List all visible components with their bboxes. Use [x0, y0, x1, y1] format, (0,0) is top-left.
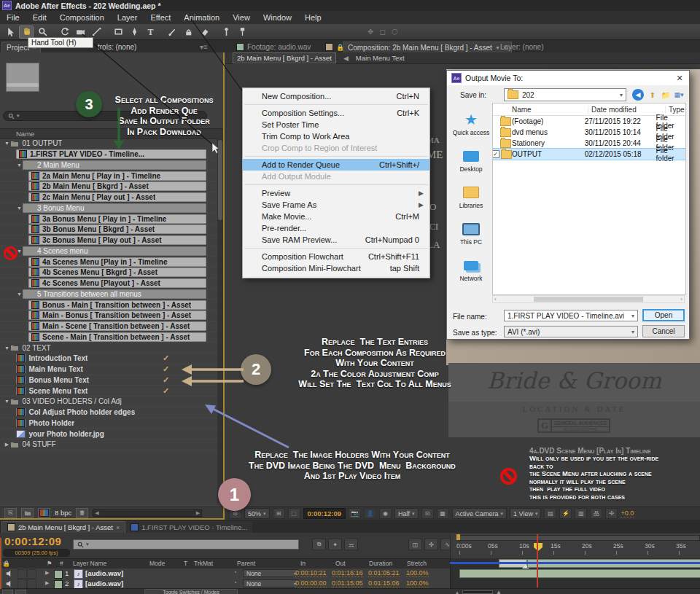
- open-button[interactable]: Open: [642, 309, 685, 321]
- region-icon[interactable]: ⊡: [421, 508, 434, 519]
- column-duration[interactable]: Duration: [369, 560, 392, 567]
- menu-file[interactable]: File: [0, 13, 26, 22]
- tree-item[interactable]: Bonus - Main [ Transition between ] - As…: [1, 300, 217, 310]
- audio-on-icon[interactable]: [6, 570, 13, 579]
- clone-stamp-tool-icon[interactable]: [181, 26, 195, 39]
- exposure-value[interactable]: +0.0: [621, 509, 634, 517]
- tree-item[interactable]: Main Menu Text✓: [1, 364, 217, 375]
- layer-name[interactable]: [audio.wav]: [85, 579, 123, 587]
- cancel-button[interactable]: Cancel: [642, 325, 685, 337]
- stretch-value[interactable]: 100.0%: [406, 569, 429, 577]
- menu-window[interactable]: Window: [257, 13, 298, 22]
- exposure-reset-icon[interactable]: ✣: [605, 508, 618, 519]
- sidebar-item-libraries[interactable]: Libraries: [459, 184, 483, 209]
- toggle-switches-button[interactable]: Toggle Switches / Modes: [144, 589, 238, 594]
- save-in-dropdown[interactable]: 202 ▾: [504, 88, 626, 101]
- menu-view[interactable]: View: [226, 13, 257, 22]
- menu-help[interactable]: Help: [298, 13, 328, 22]
- timeline-timecode[interactable]: 0:00:12:09: [4, 535, 61, 547]
- column-trkmat[interactable]: TrkMat: [194, 560, 213, 567]
- out-value[interactable]: 0:01:16:16: [332, 569, 363, 577]
- menu-item-make-movie[interactable]: Make Movie...Ctrl+M: [243, 211, 429, 222]
- caret-down-icon[interactable]: ▼: [16, 292, 23, 297]
- menu-layer[interactable]: Layer: [111, 13, 144, 22]
- save-as-type-dropdown[interactable]: AVI (*.avi) ▾: [504, 326, 638, 337]
- eraser-tool-icon[interactable]: [197, 26, 211, 39]
- timeline-tab-active[interactable]: 2b Main Menu [ Bkgrd ] - Asset ×: [1, 521, 125, 533]
- column-name[interactable]: Name: [512, 106, 588, 114]
- workspace-icon[interactable]: ◻: [379, 28, 385, 36]
- menu-item-add-output-module[interactable]: Add Output Module: [243, 171, 429, 182]
- timeline-tab-inactive[interactable]: 1.FIRST PLAY VIDEO - Timeline...: [125, 521, 252, 533]
- menu-item-trim-comp-to-work-area[interactable]: Trim Comp to Work Area: [243, 130, 429, 142]
- solo-cell[interactable]: [18, 569, 27, 579]
- sidebar-item-network[interactable]: Network: [459, 257, 482, 282]
- tree-item[interactable]: Col Adjust Photo holder edges: [1, 407, 217, 418]
- frame-blend-icon[interactable]: ◫: [408, 539, 422, 550]
- layer-name[interactable]: [audio.wav]: [85, 569, 123, 577]
- stretch-value[interactable]: 100.0%: [406, 579, 429, 587]
- close-icon[interactable]: ✕: [670, 71, 689, 85]
- tree-item[interactable]: 2b Main Menu [ Bkgrd ] - Asset: [1, 181, 217, 192]
- pixel-aspect-icon[interactable]: ▤: [544, 508, 556, 519]
- zoom-level-dropdown[interactable]: 50%▾: [244, 508, 270, 519]
- number-column[interactable]: #: [60, 560, 63, 567]
- menu-item-set-poster-time[interactable]: Set Poster Time: [243, 119, 429, 130]
- menu-item-composition-mini-flowchart[interactable]: Composition Mini-Flowcharttap Shift: [243, 262, 429, 274]
- caret-down-icon[interactable]: ▼: [4, 141, 10, 146]
- column-t[interactable]: T: [184, 560, 187, 567]
- parent-pickwhip-icon[interactable]: ◔: [233, 579, 237, 586]
- back-arrow-icon[interactable]: ◀: [343, 55, 349, 62]
- column-parent[interactable]: Parent: [237, 560, 255, 567]
- menu-item-new-composition[interactable]: New Composition...Ctrl+N: [243, 90, 429, 102]
- bit-depth-indicator[interactable]: 8 bpc: [55, 509, 71, 517]
- pan-behind-tool-icon[interactable]: [89, 26, 104, 39]
- roi-icon[interactable]: ⬚: [288, 508, 300, 519]
- close-icon[interactable]: ×: [116, 524, 120, 531]
- menu-edit[interactable]: Edit: [26, 13, 53, 22]
- column-date-modified[interactable]: Date modified: [588, 106, 665, 114]
- tree-item[interactable]: Scene Menu Text✓: [1, 386, 217, 396]
- menu-item-crop-comp-to-region-of-interest[interactable]: Crop Comp to Region of Interest: [243, 142, 429, 154]
- flowchart-icon[interactable]: 品: [590, 508, 602, 519]
- expand-icon[interactable]: [2, 590, 13, 594]
- caret-right-icon[interactable]: ▶: [4, 442, 10, 448]
- view-layout-dropdown[interactable]: 1 View▾: [510, 508, 541, 519]
- tree-item[interactable]: your Photo holder.jpg: [1, 429, 217, 439]
- parent-dropdown[interactable]: None▾: [243, 569, 298, 577]
- menu-item-composition-flowchart[interactable]: Composition FlowchartCtrl+Shift+F11: [243, 251, 429, 262]
- tree-item[interactable]: Main - Bonus [ Transition between ] - As…: [1, 310, 217, 321]
- caret-down-icon[interactable]: ▼: [16, 206, 23, 211]
- back-navigation-icon[interactable]: ◀: [632, 89, 644, 101]
- tree-item[interactable]: ▼3 Bonus Menu: [1, 203, 217, 214]
- tree-item[interactable]: ▼ 03 VIDEO HOLDERS / Col Adj: [1, 396, 217, 407]
- tree-item[interactable]: 4b Scenes Menu [ Bkgrd ] - Asset: [1, 267, 217, 278]
- tab-footage[interactable]: Footage: audio.wav: [232, 42, 315, 52]
- resolution-dropdown[interactable]: Half▾: [394, 508, 419, 519]
- tab-effect-controls[interactable]: trols: (none): [93, 42, 141, 52]
- camera-dropdown[interactable]: Active Camera▾: [452, 508, 508, 519]
- timeline-icon[interactable]: ▥: [575, 508, 587, 519]
- tree-item[interactable]: ▼2 Main Menu: [1, 160, 217, 171]
- shape-tool-icon[interactable]: [111, 26, 125, 39]
- tab-layer[interactable]: Layer: (none): [496, 42, 548, 52]
- sub-tab-composition[interactable]: 2b Main Menu [ Bkgrd ] - Asset: [233, 52, 336, 63]
- tree-item[interactable]: 3a Bonus Menu [ Play in ] - Timeline: [1, 214, 217, 224]
- fast-preview-icon[interactable]: ⚡: [559, 508, 572, 519]
- tree-item[interactable]: 4a Scenes Menu [Play in ] - Timeline: [1, 257, 217, 267]
- tree-item[interactable]: Photo Holder: [1, 418, 217, 429]
- tree-item[interactable]: 3c Bonus Menu [ Play out ] - Asset: [1, 235, 217, 246]
- playhead-handle[interactable]: [534, 543, 542, 551]
- column-type[interactable]: Type: [665, 106, 685, 114]
- comp-mini-flowchart-icon[interactable]: ⧉: [312, 539, 326, 550]
- type-tool-icon[interactable]: T: [143, 26, 158, 39]
- snapshot-icon[interactable]: 📷: [349, 508, 361, 519]
- menu-animation[interactable]: Animation: [177, 13, 226, 22]
- sidebar-item-desktop[interactable]: Desktop: [459, 148, 482, 173]
- menu-effect[interactable]: Effect: [144, 13, 177, 22]
- puppet-pin-tool-icon[interactable]: [219, 26, 233, 39]
- hide-shy-icon[interactable]: ⚎: [344, 539, 358, 550]
- timeline-search-input[interactable]: ▾: [73, 539, 299, 550]
- column-layer-name[interactable]: Layer Name: [73, 560, 106, 567]
- file-row[interactable]: ✓OUTPUT02/12/2015 05:18File folder: [493, 149, 685, 160]
